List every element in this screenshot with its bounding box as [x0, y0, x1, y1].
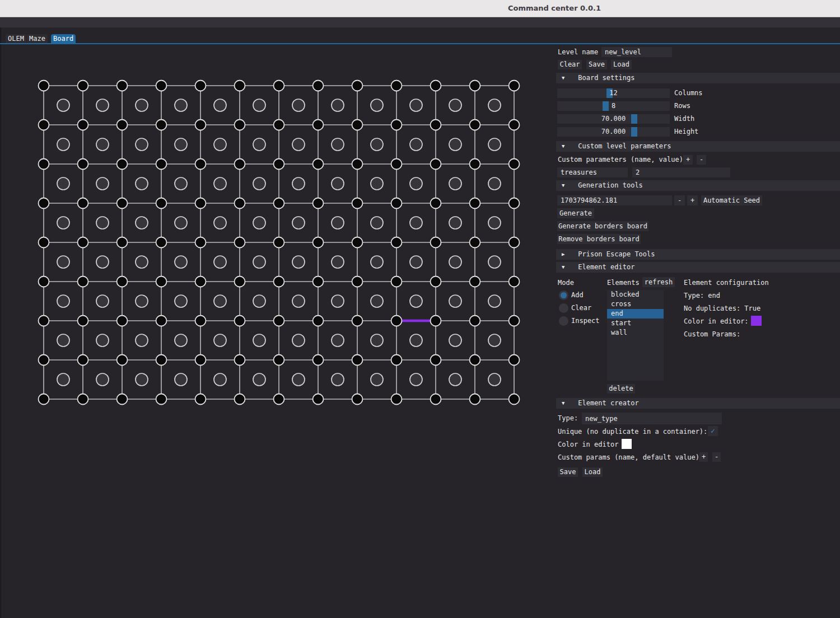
load-level-button[interactable]: Load [611, 60, 632, 69]
element-item-end[interactable]: end [607, 309, 664, 319]
generation-tools-header[interactable]: ▼ Generation tools [556, 180, 840, 191]
delete-element-button[interactable]: delete [607, 384, 635, 394]
level-name-label: Level name [558, 48, 598, 57]
creator-remove-param-button[interactable]: - [712, 452, 721, 462]
creator-unique-checkbox[interactable]: ✓ [708, 426, 718, 436]
width-slider-label: Width [674, 114, 694, 124]
width-slider[interactable]: 70.000 [557, 114, 670, 124]
creator-type-label: Type: [558, 414, 578, 423]
height-slider[interactable]: 70.000 [557, 127, 670, 137]
collapse-arrow-icon: ▼ [562, 398, 568, 409]
mode-clear-radio[interactable] [559, 303, 568, 313]
creator-add-param-button[interactable]: + [699, 452, 708, 462]
mode-add-radio[interactable] [559, 291, 568, 300]
clear-level-button[interactable]: Clear [558, 60, 582, 69]
element-type-line: Type: end [684, 291, 720, 301]
tab-maze[interactable]: Maze [27, 34, 48, 43]
prison-escape-tools-header[interactable]: ▶ Prison Escape Tools [556, 249, 840, 260]
param-value-input[interactable] [632, 167, 730, 177]
element-color-label: Color in editor: [684, 317, 749, 326]
param-name-input[interactable] [557, 167, 628, 177]
seed-decrement-button[interactable]: - [674, 195, 685, 205]
creator-save-button[interactable]: Save [558, 467, 578, 477]
element-configuration-title: Element configuration [684, 278, 769, 288]
custom-params-label: Custom parameters (name, value) [558, 155, 683, 165]
element-item-wall[interactable]: wall [607, 328, 664, 338]
element-color-swatch[interactable] [751, 316, 762, 326]
mode-label: Mode [558, 278, 574, 288]
mode-inspect-label[interactable]: Inspect [571, 316, 600, 326]
side-panel: Level name Clear Save Load ▼ Board setti… [556, 0, 840, 618]
board-settings-header[interactable]: ▼ Board settings [556, 73, 840, 83]
element-creator-header[interactable]: ▼ Element creator [556, 398, 840, 409]
collapse-arrow-icon: ▼ [562, 73, 568, 83]
element-editor-header[interactable]: ▼ Element editor [556, 262, 840, 273]
remove-borders-button[interactable]: Remove borders board [557, 234, 641, 244]
tab-board[interactable]: Board [51, 34, 76, 43]
elements-label: Elements [607, 278, 640, 288]
seed-input[interactable] [557, 195, 672, 205]
element-item-blocked[interactable]: blocked [607, 290, 664, 299]
element-no-duplicates-line: No duplicates: True [684, 304, 760, 313]
elements-listbox[interactable]: blocked cross end start wall [607, 290, 664, 381]
expand-arrow-icon: ▶ [562, 249, 568, 260]
custom-level-params-header[interactable]: ▼ Custom level parameters [556, 141, 840, 152]
add-param-button[interactable]: + [683, 155, 693, 165]
remove-param-button[interactable]: - [697, 155, 706, 165]
generate-borders-button[interactable]: Generate borders board [557, 221, 648, 231]
element-item-cross[interactable]: cross [607, 299, 664, 309]
mode-add-label[interactable]: Add [571, 291, 584, 300]
save-level-button[interactable]: Save [586, 60, 607, 69]
mode-clear-label[interactable]: Clear [571, 303, 591, 313]
seed-increment-button[interactable]: + [687, 195, 698, 205]
creator-color-label: Color in editor [558, 440, 618, 450]
board-canvas[interactable] [0, 0, 538, 417]
element-custom-params-line: Custom Params: [684, 330, 740, 339]
collapse-arrow-icon: ▼ [562, 180, 568, 191]
creator-type-input[interactable] [582, 413, 722, 424]
height-slider-label: Height [674, 127, 698, 137]
creator-custom-params-label: Custom params (name, default value) [558, 453, 699, 462]
rows-slider[interactable]: 8 [557, 101, 670, 111]
automatic-seed-button[interactable]: Automatic Seed [701, 195, 762, 205]
columns-slider[interactable]: 12 [557, 88, 670, 98]
refresh-elements-button[interactable]: refresh [642, 277, 675, 287]
mode-inspect-radio[interactable] [559, 316, 568, 326]
generate-button[interactable]: Generate [557, 208, 594, 218]
collapse-arrow-icon: ▼ [562, 262, 568, 273]
creator-color-swatch[interactable] [622, 439, 632, 449]
tab-olem[interactable]: OLEM [6, 34, 26, 43]
creator-unique-label: Unique (no duplicate in a container): [558, 427, 707, 437]
creator-load-button[interactable]: Load [582, 467, 603, 477]
level-name-input[interactable] [601, 47, 672, 57]
rows-slider-label: Rows [674, 101, 690, 111]
element-item-start[interactable]: start [607, 319, 664, 328]
columns-slider-label: Columns [674, 88, 703, 98]
collapse-arrow-icon: ▼ [562, 141, 568, 152]
